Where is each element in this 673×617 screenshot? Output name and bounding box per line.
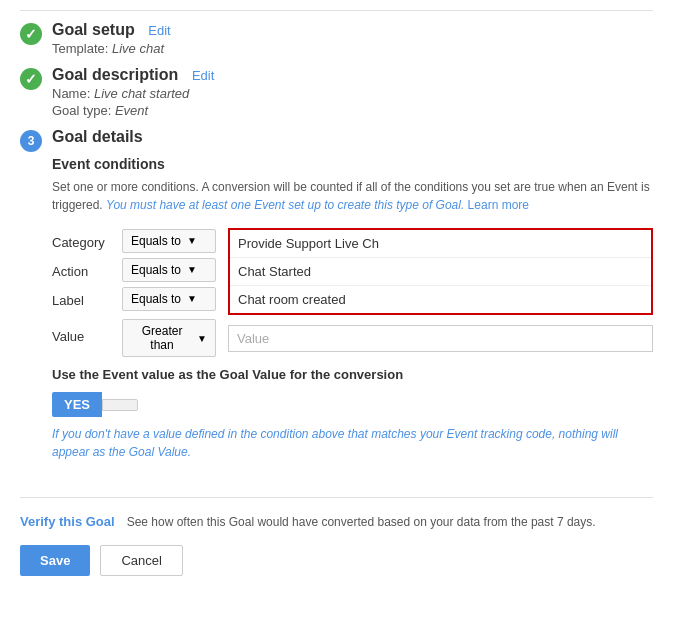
name-value: Live chat started [94, 86, 189, 101]
lbl-dropdown[interactable]: Equals to ▼ [122, 287, 216, 311]
val-category[interactable]: Provide Support Live Ch [230, 230, 651, 258]
cond-label-cat: Category [52, 229, 122, 256]
goal-setup-edit-link[interactable]: Edit [148, 23, 170, 38]
goal-description-name: Name: Live chat started [52, 86, 653, 101]
cond-label-lbl: Label [52, 287, 122, 314]
learn-more-link[interactable]: Learn more [468, 198, 529, 212]
goal-value-note: If you don't have a value defined in the… [52, 425, 652, 461]
act-dropdown[interactable]: Equals to ▼ [122, 258, 216, 282]
goal-setup-meta: Template: Live chat [52, 41, 653, 56]
action-buttons: Save Cancel [20, 545, 653, 576]
toggle-yes-button[interactable]: YES [52, 392, 102, 417]
goal-description-check-icon: ✓ [20, 68, 42, 90]
goal-details-content: Goal details Event conditions Set one or… [52, 128, 653, 481]
cond-label-act: Action [52, 258, 122, 285]
top-divider [20, 10, 653, 11]
val-dropdown[interactable]: Greater than ▼ [122, 319, 216, 357]
goal-value-note-text: If you don't have a value defined in the… [52, 427, 618, 459]
cond-label-val: Value [52, 323, 122, 350]
goal-description-edit-link[interactable]: Edit [192, 68, 214, 83]
type-value: Event [115, 103, 148, 118]
event-desc-italic: You must have at least one Event set up … [106, 198, 464, 212]
conditions-container: CategoryEquals to ▼Provide Support Live … [52, 228, 653, 357]
goal-value-section: Use the Event value as the Goal Value fo… [52, 367, 653, 461]
goal-details-title: Goal details [52, 128, 653, 146]
verify-row: Verify this Goal See how often this Goal… [20, 514, 653, 529]
goal-setup-content: Goal setup Edit Template: Live chat [52, 21, 653, 56]
name-label: Name: [52, 86, 90, 101]
toggle-row: YES [52, 392, 653, 417]
value-input[interactable]: Value [228, 325, 653, 352]
toggle-no-button[interactable] [102, 399, 138, 411]
verify-goal-link[interactable]: Verify this Goal [20, 514, 115, 529]
type-label: Goal type: [52, 103, 111, 118]
bottom-divider [20, 497, 653, 498]
save-button[interactable]: Save [20, 545, 90, 576]
event-conditions-title: Event conditions [52, 156, 653, 172]
goal-details-section: 3 Goal details Event conditions Set one … [20, 128, 653, 481]
goal-setup-section: ✓ Goal setup Edit Template: Live chat [20, 21, 653, 56]
val-label[interactable]: Chat room created [230, 286, 651, 313]
goal-description-content: Goal description Edit Name: Live chat st… [52, 66, 653, 118]
goal-description-type: Goal type: Event [52, 103, 653, 118]
values-red-box: Provide Support Live ChChat StartedChat … [228, 228, 653, 315]
template-value: Live chat [112, 41, 164, 56]
goal-details-number-icon: 3 [20, 130, 42, 152]
cancel-button[interactable]: Cancel [100, 545, 182, 576]
verify-text: See how often this Goal would have conve… [127, 515, 596, 529]
goal-description-section: ✓ Goal description Edit Name: Live chat … [20, 66, 653, 118]
goal-value-title: Use the Event value as the Goal Value fo… [52, 367, 653, 382]
template-label: Template: [52, 41, 108, 56]
event-description: Set one or more conditions. A conversion… [52, 178, 653, 214]
goal-description-title: Goal description [52, 66, 178, 83]
val-action[interactable]: Chat Started [230, 258, 651, 286]
goal-setup-title: Goal setup [52, 21, 135, 38]
goal-setup-check-icon: ✓ [20, 23, 42, 45]
cat-dropdown[interactable]: Equals to ▼ [122, 229, 216, 253]
